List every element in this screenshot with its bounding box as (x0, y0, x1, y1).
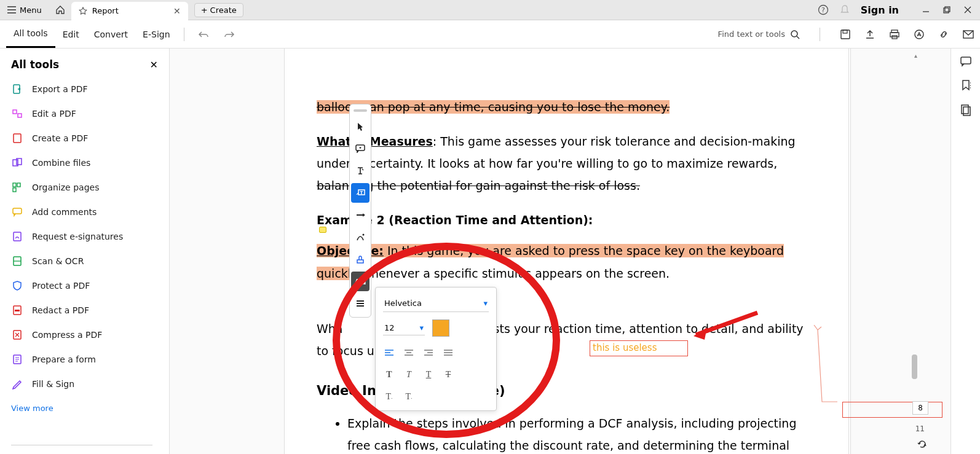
more-tools[interactable] (351, 294, 369, 313)
stamp-tool[interactable] (351, 249, 369, 269)
svg-rect-8 (890, 33, 899, 37)
align-justify-button[interactable] (442, 346, 454, 359)
size-value: 12 (384, 323, 395, 332)
subscript-button[interactable]: T. (403, 391, 415, 403)
bold-button[interactable]: T (383, 369, 395, 381)
comment-icon (11, 206, 23, 218)
sidebar-item-label: Request e-signatures (32, 232, 123, 241)
align-right-button[interactable] (422, 346, 435, 359)
font-value: Helvetica (384, 299, 422, 308)
font-selector[interactable]: Helvetica ▾ (383, 295, 489, 312)
tab-edit[interactable]: Edit (55, 20, 87, 48)
signin-button[interactable]: Sign in (861, 4, 899, 16)
doc-paragraph: What It Measures: This game assesses you… (317, 130, 818, 197)
view-more-link[interactable]: View more (0, 396, 169, 420)
sidebar-item-label: Add comments (32, 207, 97, 217)
tab-convert[interactable]: Convert (87, 20, 135, 48)
comment-marker-icon[interactable] (319, 227, 326, 233)
undo-button[interactable] (191, 20, 216, 48)
scrollbar-thumb[interactable] (912, 354, 917, 379)
text-format-panel: Helvetica ▾ 12 ▾ T T T T (375, 287, 497, 411)
page-number-input[interactable]: 8 (912, 401, 928, 415)
refresh-button[interactable] (917, 439, 927, 449)
align-left-button[interactable] (383, 346, 395, 359)
sidebar-item-comments[interactable]: Add comments (0, 200, 169, 224)
text-annotation[interactable]: this is useless (590, 340, 688, 356)
sidebar-item-compress[interactable]: Compress a PDF (0, 323, 169, 347)
sidebar-item-label: Protect a PDF (32, 281, 90, 291)
sticky-note-tool[interactable] (351, 139, 369, 159)
doc-text: whenever a specific stimulus appears on … (358, 267, 670, 280)
tab-close-button[interactable]: ✕ (173, 6, 181, 16)
align-center-button[interactable] (403, 346, 415, 359)
sidebar-item-fillsign[interactable]: Fill & Sign (0, 372, 169, 396)
scroll-up-icon[interactable]: ▴ (914, 52, 917, 59)
upload-button[interactable] (864, 29, 875, 40)
email-button[interactable] (963, 30, 974, 39)
svg-text:T: T (360, 190, 363, 195)
combine-icon (11, 157, 23, 169)
form-icon (11, 353, 23, 366)
hamburger-icon (7, 6, 16, 14)
sidebar-item-esign[interactable]: Request e-signatures (0, 224, 169, 249)
fillsign-icon (11, 378, 23, 390)
link-button[interactable] (938, 29, 949, 40)
svg-rect-34 (962, 105, 968, 114)
svg-point-10 (915, 30, 923, 39)
superscript-button[interactable]: T. (383, 391, 395, 403)
sidebar-item-scan[interactable]: Scan & OCR (0, 249, 169, 273)
sidebar-item-edit[interactable]: Edit a PDF (0, 101, 169, 126)
maximize-button[interactable] (943, 6, 950, 14)
save-button[interactable] (840, 29, 851, 40)
sidebar-item-organize[interactable]: Organize pages (0, 175, 169, 200)
titlebar-right: ? Sign in (818, 4, 980, 16)
text-tool[interactable]: Aa (351, 272, 369, 291)
sidebar: All tools ✕ Export a PDF Edit a PDF Crea… (0, 49, 170, 454)
size-selector[interactable]: 12 ▾ (383, 321, 425, 335)
document-tab[interactable]: Report ✕ (71, 2, 188, 20)
ai-button[interactable] (914, 29, 925, 40)
help-icon[interactable]: ? (818, 4, 829, 15)
shield-icon (11, 280, 23, 292)
thumbnails-panel-button[interactable] (960, 104, 971, 116)
italic-button[interactable]: T (403, 369, 415, 381)
sidebar-item-create[interactable]: Create a PDF (0, 126, 169, 151)
sidebar-item-export[interactable]: Export a PDF (0, 77, 169, 101)
strikethrough-button[interactable]: T (442, 369, 454, 381)
search-placeholder: Find text or tools (718, 29, 785, 39)
search-tools[interactable]: Find text or tools (718, 29, 800, 39)
minimize-button[interactable] (922, 6, 930, 14)
close-button[interactable] (964, 6, 971, 14)
redo-button[interactable] (216, 20, 242, 48)
tab-esign[interactable]: E-Sign (135, 20, 177, 48)
home-button[interactable] (49, 0, 71, 20)
bell-icon[interactable] (840, 4, 850, 15)
underline-button[interactable]: T (422, 369, 435, 381)
menu-button[interactable]: Menu (0, 0, 49, 20)
sidebar-item-label: Compress a PDF (32, 330, 102, 340)
vertical-scrollbar[interactable]: ▴ (911, 49, 917, 454)
titlebar: Menu Report ✕ + Create ? Sign in (0, 0, 980, 20)
tab-all-tools[interactable]: All tools (6, 20, 55, 48)
select-tool[interactable] (351, 117, 369, 136)
home-icon (55, 5, 65, 15)
sidebar-item-redact[interactable]: Redact a PDF (0, 298, 169, 323)
create-button[interactable]: + Create (194, 3, 243, 17)
bookmarks-panel-button[interactable] (961, 79, 971, 92)
underline-tool[interactable] (351, 205, 369, 225)
sidebar-item-label: Scan & OCR (32, 256, 84, 266)
sidebar-item-form[interactable]: Prepare a form (0, 347, 169, 372)
svg-rect-18 (13, 183, 16, 187)
grip-handle[interactable] (354, 109, 367, 112)
sidebar-item-protect[interactable]: Protect a PDF (0, 273, 169, 298)
sidebar-item-combine[interactable]: Combine files (0, 151, 169, 175)
color-picker[interactable] (432, 319, 449, 337)
print-button[interactable] (889, 29, 900, 40)
draw-tool[interactable] (351, 227, 369, 247)
sidebar-close-button[interactable]: ✕ (150, 59, 158, 71)
highlight-tool[interactable] (351, 161, 369, 181)
comments-panel-button[interactable] (960, 56, 972, 67)
text-callout-tool[interactable]: T (351, 183, 369, 203)
doc-bullet-list: Explain the steps involved in performing… (347, 412, 818, 454)
svg-rect-13 (13, 110, 17, 114)
